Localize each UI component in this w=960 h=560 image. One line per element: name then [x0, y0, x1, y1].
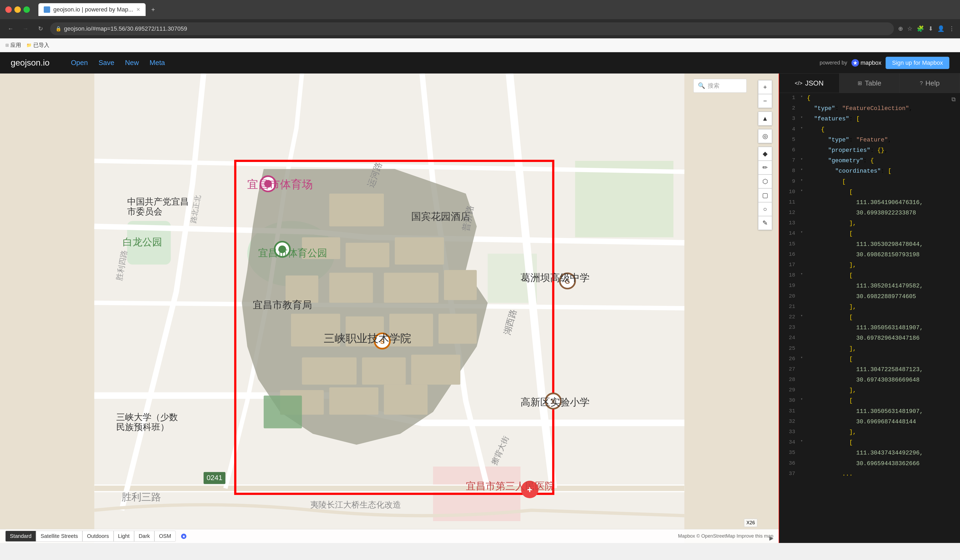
line-content: "coordinates": [	[807, 166, 960, 176]
line-number: 5	[779, 136, 800, 144]
json-line: 2 "type": "FeatureCollection",	[779, 104, 960, 114]
line-content: {	[807, 94, 960, 103]
style-light-btn[interactable]: Light	[114, 531, 134, 542]
powered-by-text: powered by	[820, 60, 847, 66]
nav-new[interactable]: New	[120, 59, 144, 67]
line-number: 7	[779, 156, 800, 164]
svg-rect-8	[329, 194, 384, 227]
json-line: 22▾ [	[779, 312, 960, 322]
extensions-icon[interactable]: 🧩	[917, 25, 924, 32]
svg-rect-13	[329, 273, 373, 303]
line-content: 111.30505631481907,	[807, 323, 960, 332]
nav-open[interactable]: Open	[66, 59, 93, 67]
line-content: ],	[807, 219, 960, 228]
draw-polygon-btn[interactable]: ⬡	[758, 174, 772, 188]
edit-features-btn[interactable]: ✎	[758, 216, 772, 230]
zoom-out-btn[interactable]: −	[758, 94, 772, 108]
bookmark-imported[interactable]: 📁 已导入	[26, 41, 50, 49]
style-dark-btn[interactable]: Dark	[134, 531, 154, 542]
folder-icon: 📁	[26, 43, 32, 48]
line-content: [	[807, 354, 960, 364]
line-toggle[interactable]: ▾	[800, 438, 807, 444]
style-outdoors-btn[interactable]: Outdoors	[82, 531, 114, 542]
style-satellite-btn[interactable]: Satellite Streets	[36, 531, 82, 542]
svg-rect-12	[286, 276, 318, 303]
profile-icon[interactable]: 👤	[937, 25, 944, 32]
line-content: {	[807, 125, 960, 134]
back-btn[interactable]: ←	[5, 24, 16, 34]
svg-rect-25	[384, 385, 428, 415]
map-area[interactable]: S G X + 宜昌市体育场 中国共产党宜昌 市委员会 白龙公园 宜昌市体	[0, 73, 779, 543]
browser-tab[interactable]: geojson.io | powered by Map... ✕	[38, 3, 146, 16]
line-toggle[interactable]: ▾	[800, 156, 807, 162]
style-standard-btn[interactable]: Standard	[5, 531, 36, 542]
line-toggle[interactable]: ▾	[800, 166, 807, 172]
line-content: ],	[807, 302, 960, 312]
line-content: 30.697829643047186	[807, 333, 960, 343]
line-content: "type": "Feature",	[807, 136, 960, 145]
line-toggle[interactable]: ▾	[800, 94, 807, 99]
line-content: 30.6965944383626​66	[807, 459, 960, 468]
json-line: 21 ],	[779, 302, 960, 312]
svg-text:葛洲坝高级中学: 葛洲坝高级中学	[520, 272, 590, 283]
maximize-window-btn[interactable]	[24, 6, 30, 13]
json-line: 19 111.30520141479582,	[779, 281, 960, 291]
json-editor[interactable]: ⧉ 1▾{2 "type": "FeatureCollection",3▾ "f…	[779, 93, 960, 543]
bookmark-apps[interactable]: ⊞ 应用	[5, 41, 21, 49]
search-placeholder: 搜索	[708, 82, 720, 90]
style-osm-btn[interactable]: OSM	[154, 531, 176, 542]
new-tab-btn[interactable]: +	[148, 4, 158, 15]
line-number: 28	[779, 375, 800, 384]
expand-map-btn[interactable]: ▶	[769, 535, 773, 541]
line-content: 111.30437434492296,	[807, 448, 960, 458]
signup-button[interactable]: Sign up for Mapbox	[886, 57, 949, 69]
bookmark-imported-label: 已导入	[34, 41, 50, 49]
map-search-bar[interactable]: 🔍 搜索	[693, 79, 747, 93]
draw-circle-btn[interactable]: ○	[758, 202, 772, 216]
svg-text:高新区实验小学: 高新区实验小学	[520, 397, 590, 408]
copy-btn[interactable]: ⧉	[952, 95, 956, 104]
tab-json[interactable]: </> JSON	[779, 73, 840, 93]
nav-save[interactable]: Save	[93, 59, 120, 67]
json-line: 5 "type": "Feature",	[779, 135, 960, 145]
app-container: geojson.io Open Save New Meta powered by…	[0, 52, 960, 543]
address-input[interactable]: 🔒 geojson.io/#map=15.56/30.695272/111.30…	[50, 22, 894, 35]
zoom-in-btn[interactable]: +	[758, 80, 772, 94]
json-line: 6 "properties": {},	[779, 145, 960, 156]
minimize-window-btn[interactable]	[14, 6, 21, 13]
svg-text:宜昌市体育公园: 宜昌市体育公园	[258, 247, 327, 258]
translate-icon[interactable]: ⊕	[898, 25, 903, 32]
line-toggle[interactable]: ▾	[800, 229, 807, 235]
bookmark-icon[interactable]: ☆	[907, 25, 912, 32]
line-toggle[interactable]: ▾	[800, 396, 807, 402]
close-window-btn[interactable]	[5, 6, 12, 13]
draw-line-btn[interactable]: ✏	[758, 161, 772, 174]
line-toggle[interactable]: ▾	[800, 125, 807, 131]
tab-close-btn[interactable]: ✕	[136, 6, 140, 13]
line-number: 31	[779, 407, 800, 415]
search-icon: 🔍	[698, 82, 705, 89]
line-content: [	[807, 438, 960, 447]
draw-marker-btn[interactable]: ◆	[758, 147, 772, 161]
north-btn[interactable]: ▲	[758, 112, 772, 126]
tab-help[interactable]: ? Help	[900, 73, 960, 93]
location-btn[interactable]: ◎	[758, 129, 772, 143]
draw-rect-btn[interactable]: ▢	[758, 188, 772, 202]
line-toggle[interactable]: ▾	[800, 354, 807, 361]
refresh-btn[interactable]: ↻	[35, 24, 46, 34]
line-number: 18	[779, 271, 800, 279]
line-number: 20	[779, 292, 800, 300]
line-toggle[interactable]: ▾	[800, 188, 807, 193]
line-toggle[interactable]: ▾	[800, 114, 807, 120]
tab-table[interactable]: ⊞ Table	[840, 73, 900, 93]
security-icon: 🔒	[56, 26, 61, 32]
line-number: 32	[779, 417, 800, 426]
menu-icon[interactable]: ⋮	[949, 25, 955, 32]
line-toggle[interactable]: ▾	[800, 177, 807, 183]
nav-meta[interactable]: Meta	[144, 59, 170, 67]
json-line: 25 ],	[779, 344, 960, 354]
line-toggle[interactable]: ▾	[800, 313, 807, 319]
line-toggle[interactable]: ▾	[800, 271, 807, 277]
forward-btn[interactable]: →	[20, 24, 31, 34]
download-icon[interactable]: ⬇	[928, 25, 933, 32]
